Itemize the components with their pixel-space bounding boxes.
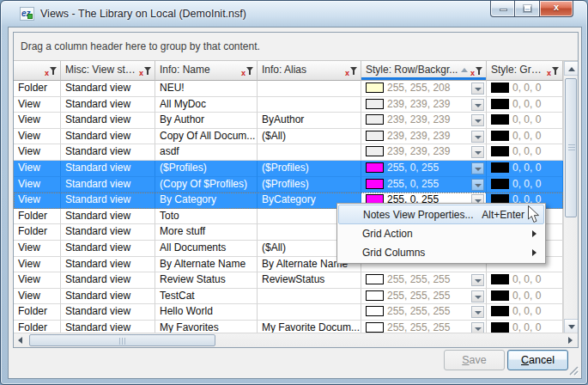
resize-grip[interactable] bbox=[568, 365, 579, 376]
scroll-right-icon bbox=[568, 337, 573, 344]
cell-view-style: Standard view bbox=[61, 81, 155, 97]
maximize-button[interactable] bbox=[515, 1, 540, 17]
scroll-up-button[interactable] bbox=[564, 61, 579, 76]
color-dropdown-button[interactable] bbox=[471, 290, 484, 302]
table-row[interactable]: ViewStandard viewTestCat255, 255, 2550, … bbox=[14, 289, 563, 305]
cell-alias bbox=[258, 81, 361, 97]
table-row[interactable]: FolderStandard viewNEU!255, 255, 2080, 0… bbox=[14, 81, 563, 97]
minimize-button[interactable] bbox=[490, 1, 515, 17]
title-bar: ez Views - The Library on Local (DemoIni… bbox=[1, 1, 587, 27]
color-swatch bbox=[366, 114, 384, 125]
window-controls: x bbox=[490, 1, 573, 17]
save-label-rest: ave bbox=[470, 354, 487, 366]
scroll-left-button[interactable] bbox=[14, 333, 28, 347]
cell-name: ($Profiles) bbox=[155, 161, 258, 177]
color-swatch bbox=[491, 114, 509, 125]
color-dropdown-button[interactable] bbox=[471, 162, 484, 174]
horizontal-scroll-thumb[interactable] bbox=[29, 334, 215, 346]
column-header-view_style[interactable]: Misc: View stylex bbox=[61, 61, 155, 81]
close-button[interactable]: x bbox=[540, 1, 573, 17]
table-row[interactable]: ViewStandard view($Profiles)($Profiles)2… bbox=[14, 161, 563, 177]
table-row[interactable]: ViewStandard viewCopy Of All Docum...($A… bbox=[14, 129, 563, 145]
cell-view-style: Standard view bbox=[61, 321, 155, 333]
table-row[interactable]: FolderStandard viewHello World255, 255, … bbox=[14, 304, 563, 321]
menu-item[interactable]: Notes View Properties...Alt+Enter bbox=[338, 205, 544, 224]
cancel-label-rest: ancel bbox=[529, 354, 555, 366]
cancel-button[interactable]: Cancel bbox=[507, 350, 568, 370]
cell-alias bbox=[258, 97, 361, 113]
column-header-label: Info: Name bbox=[160, 61, 210, 79]
cell-type: Folder bbox=[14, 209, 61, 225]
filter-icon[interactable]: x bbox=[139, 66, 152, 76]
color-dropdown-button[interactable] bbox=[471, 179, 484, 191]
vertical-scrollbar[interactable] bbox=[563, 61, 578, 333]
menu-item-label: Grid Action bbox=[362, 228, 413, 240]
cell-grid-color: 0, 0, 0 bbox=[487, 289, 563, 305]
vertical-scroll-thumb[interactable] bbox=[565, 78, 577, 217]
mouse-cursor bbox=[527, 205, 540, 224]
cell-grid-color: 0, 0, 0 bbox=[487, 97, 563, 113]
color-dropdown-button[interactable] bbox=[471, 82, 484, 95]
color-swatch bbox=[491, 162, 509, 173]
cell-type: View bbox=[14, 289, 61, 305]
filter-icon[interactable]: x bbox=[547, 66, 560, 76]
menu-item[interactable]: Grid Columns bbox=[338, 243, 544, 262]
cell-type: Folder bbox=[14, 321, 61, 333]
column-header-name[interactable]: Info: Namex bbox=[155, 61, 258, 81]
save-button[interactable]: Save bbox=[444, 350, 505, 370]
cell-alias: My Favorite Docum... bbox=[258, 321, 361, 333]
filter-icon[interactable]: x bbox=[470, 66, 483, 76]
cell-type: View bbox=[14, 97, 61, 113]
color-dropdown-button[interactable] bbox=[471, 99, 484, 111]
color-dropdown-button[interactable] bbox=[471, 146, 484, 158]
scroll-down-button[interactable] bbox=[564, 319, 579, 333]
window-title: Views - The Library on Local (DemoInit.n… bbox=[40, 8, 246, 20]
horizontal-scrollbar[interactable] bbox=[14, 333, 578, 347]
rgb-value: 255, 0, 255 bbox=[387, 162, 439, 174]
cell-view-style: Standard view bbox=[61, 192, 155, 209]
column-header-grid_color[interactable]: Style: Grid c...x bbox=[487, 61, 563, 81]
column-header-row: xMisc: View stylexInfo: NamexInfo: Alias… bbox=[14, 61, 578, 81]
cell-type: View bbox=[14, 144, 61, 161]
cell-grid-color: 0, 0, 0 bbox=[487, 113, 563, 129]
filter-icon[interactable]: x bbox=[345, 66, 358, 76]
cell-alias bbox=[258, 144, 361, 161]
scroll-down-icon bbox=[568, 325, 575, 329]
cell-view-style: Standard view bbox=[61, 113, 155, 129]
submenu-arrow-icon bbox=[532, 230, 536, 237]
cell-view-style: Standard view bbox=[61, 129, 155, 145]
filter-icon[interactable]: x bbox=[45, 66, 58, 76]
cell-type: View bbox=[14, 161, 61, 177]
rgb-value: 0, 0, 0 bbox=[512, 273, 541, 285]
filter-icon[interactable]: x bbox=[241, 66, 254, 76]
color-dropdown-button[interactable] bbox=[471, 131, 484, 143]
cell-grid-color: 0, 0, 0 bbox=[487, 144, 563, 161]
menu-item[interactable]: Grid Action bbox=[338, 224, 544, 243]
cell-name: Copy Of All Docum... bbox=[155, 129, 258, 145]
cell-type: View bbox=[14, 272, 61, 289]
sort-ascending-icon bbox=[461, 68, 468, 72]
scroll-right-button[interactable] bbox=[563, 333, 578, 347]
table-row[interactable]: ViewStandard viewAll MyDoc239, 239, 2390… bbox=[14, 97, 563, 113]
table-row[interactable]: ViewStandard view(Copy Of $Profiles)($Pr… bbox=[14, 177, 563, 193]
cell-type: View bbox=[14, 177, 61, 193]
cell-name: Hello World bbox=[155, 304, 258, 321]
dialog-window: ez Views - The Library on Local (DemoIni… bbox=[0, 0, 588, 385]
rgb-value: 255, 255, 208 bbox=[387, 82, 450, 94]
color-dropdown-button[interactable] bbox=[471, 306, 484, 318]
color-dropdown-button[interactable] bbox=[471, 114, 484, 126]
context-menu: Notes View Properties...Alt+EnterGrid Ac… bbox=[336, 203, 546, 264]
column-header-row_bg[interactable]: Style: Row/Backgr...x bbox=[361, 61, 487, 81]
table-row[interactable]: ViewStandard viewBy AuthorByAuthor239, 2… bbox=[14, 113, 563, 129]
column-header-alias[interactable]: Info: Aliasx bbox=[258, 61, 361, 81]
cell-alias bbox=[258, 304, 361, 321]
scroll-up-icon bbox=[568, 67, 575, 71]
screen: ez Views - The Library on Local (DemoIni… bbox=[0, 0, 588, 385]
color-swatch bbox=[366, 131, 384, 141]
table-row[interactable]: ViewStandard viewReview StatusReviewStat… bbox=[14, 272, 563, 289]
color-dropdown-button[interactable] bbox=[471, 274, 484, 286]
table-row[interactable]: ViewStandard viewasdf239, 239, 2390, 0, … bbox=[14, 144, 563, 161]
column-header-type[interactable]: x bbox=[14, 61, 61, 81]
cell-row-background-color: 255, 0, 255 bbox=[361, 161, 487, 177]
table-row[interactable]: FolderStandard viewMy FavoritesMy Favori… bbox=[14, 321, 563, 333]
